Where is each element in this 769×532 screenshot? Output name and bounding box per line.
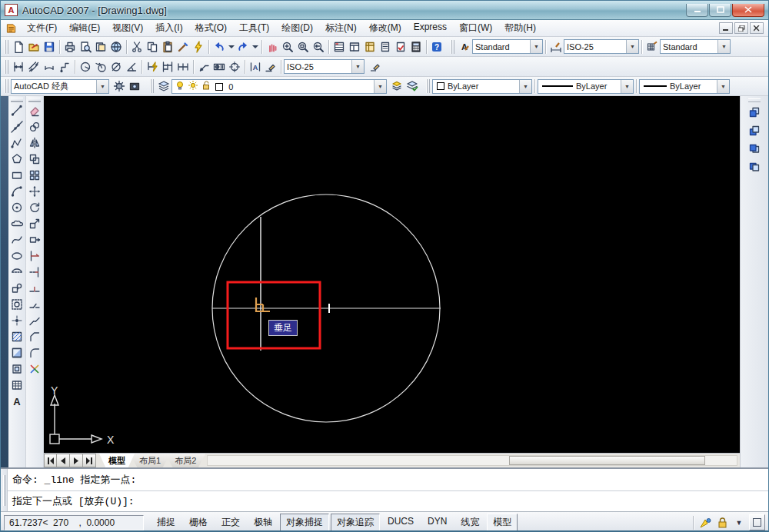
trim-icon[interactable] <box>27 248 42 264</box>
menu-item-9[interactable]: Express <box>408 20 453 36</box>
draworder-under-icon[interactable] <box>747 160 762 175</box>
center-mark-icon[interactable] <box>227 59 242 75</box>
layer-manager-icon[interactable] <box>156 78 171 94</box>
save-icon[interactable] <box>42 39 57 55</box>
color-control-combo[interactable]: ByLayer ▼ <box>432 79 532 94</box>
dim-update-icon[interactable] <box>368 59 383 75</box>
workspace-settings-icon[interactable] <box>112 78 127 94</box>
toolbar-grip[interactable] <box>426 79 430 93</box>
region-icon[interactable] <box>9 361 25 377</box>
toolbar-grip[interactable] <box>5 60 8 74</box>
ellipse-icon[interactable] <box>9 248 25 264</box>
status-toggle-8[interactable]: 线宽 <box>454 514 485 531</box>
markup-manager-icon[interactable] <box>393 39 408 55</box>
dim-style-combo[interactable]: ISO-25▼ <box>564 39 639 54</box>
gradient-icon[interactable] <box>9 345 25 361</box>
rectangle-icon[interactable] <box>9 168 25 183</box>
layout-tab-2[interactable]: 布局2 <box>165 454 205 467</box>
layer-combo[interactable]: 0 ▼ <box>171 79 387 94</box>
construction-line-icon[interactable] <box>9 119 25 135</box>
close-button[interactable] <box>732 4 764 17</box>
draworder-front-icon[interactable] <box>747 105 762 120</box>
status-toggle-7[interactable]: DYN <box>421 514 453 531</box>
menu-item-8[interactable]: 修改(M) <box>363 20 408 36</box>
hatch-icon[interactable] <box>9 329 25 344</box>
dim-arclength-icon[interactable] <box>42 59 57 75</box>
dropdown-arrow-icon[interactable] <box>251 39 259 55</box>
status-toggle-5[interactable]: 对象追踪 <box>331 514 380 531</box>
mirror-icon[interactable] <box>27 135 42 151</box>
tab-nav-last-button[interactable] <box>83 454 96 467</box>
tab-nav-first-button[interactable] <box>44 454 57 467</box>
status-menu-arrow-icon[interactable]: ▼ <box>732 516 746 530</box>
workspace-combo[interactable]: AutoCAD 经典▼ <box>11 79 109 94</box>
combo-arrow-icon[interactable]: ▼ <box>519 80 531 93</box>
stretch-icon[interactable] <box>27 232 42 248</box>
communication-center-icon[interactable] <box>698 516 712 530</box>
move-icon[interactable] <box>27 184 42 199</box>
linetype-control-combo[interactable]: ByLayer ▼ <box>538 79 634 94</box>
arc-icon[interactable] <box>9 184 25 199</box>
toolbar-grip[interactable] <box>150 79 154 93</box>
dim-diameter-icon[interactable] <box>108 59 124 75</box>
model-space-button[interactable]: 模型 <box>487 514 518 531</box>
zoom-realtime-icon[interactable] <box>280 39 295 55</box>
revcloud-icon[interactable] <box>9 216 25 231</box>
copy-objects-icon[interactable] <box>27 119 42 135</box>
dropdown-arrow-icon[interactable] <box>227 39 235 55</box>
tool-palettes-icon[interactable] <box>362 39 378 55</box>
toolbar-grip[interactable] <box>5 79 8 93</box>
polygon-icon[interactable] <box>9 151 25 167</box>
menu-item-0[interactable]: 文件(F) <box>21 20 63 36</box>
menu-item-1[interactable]: 编辑(E) <box>63 20 106 36</box>
scale-icon[interactable] <box>27 216 42 231</box>
quick-calc-icon[interactable] <box>408 39 424 55</box>
dim-continue-icon[interactable] <box>175 59 191 75</box>
mdi-close-button[interactable] <box>750 22 764 34</box>
menu-item-4[interactable]: 格式(O) <box>189 20 233 36</box>
dim-angular-icon[interactable] <box>124 59 139 75</box>
command-window-grip[interactable] <box>1 469 8 511</box>
combo-arrow-icon[interactable]: ▼ <box>717 80 729 93</box>
table-icon[interactable] <box>9 377 25 393</box>
combo-arrow-icon[interactable]: ▼ <box>621 80 633 93</box>
help-icon[interactable]: ? <box>429 39 444 55</box>
toolbar-grip[interactable] <box>451 40 454 54</box>
pan-icon[interactable] <box>265 39 280 55</box>
title-bar[interactable]: A AutoCAD 2007 - [Drawing1.dwg] <box>1 1 768 20</box>
web-icon[interactable] <box>108 39 124 55</box>
toolbar-grip[interactable] <box>28 98 41 101</box>
quick-leader-icon[interactable] <box>196 59 211 75</box>
menu-item-10[interactable]: 窗口(W) <box>453 20 498 36</box>
dim-aligned-icon[interactable] <box>26 59 42 75</box>
draworder-above-icon[interactable] <box>747 141 762 157</box>
join-icon[interactable] <box>27 313 42 328</box>
toolbar-grip[interactable] <box>748 98 761 102</box>
draworder-back-icon[interactable] <box>747 123 762 138</box>
combo-arrow-icon[interactable]: ▼ <box>530 40 542 53</box>
dim-text-edit-icon[interactable]: A <box>248 59 263 75</box>
lineweight-control-combo[interactable]: ByLayer ▼ <box>639 79 730 94</box>
status-toggle-4[interactable]: 对象捕捉 <box>280 514 329 531</box>
tab-nav-next-button[interactable] <box>70 454 83 467</box>
toolbar-grip[interactable] <box>5 40 8 54</box>
tolerance-icon[interactable] <box>211 59 227 75</box>
combo-arrow-icon[interactable]: ▼ <box>374 80 386 93</box>
new-file-icon[interactable] <box>11 39 26 55</box>
block-editor-icon[interactable] <box>191 39 206 55</box>
mtext-icon[interactable]: A <box>9 394 25 409</box>
publish-icon[interactable] <box>93 39 108 55</box>
qdim-icon[interactable] <box>145 59 160 75</box>
status-toggle-2[interactable]: 正交 <box>215 514 246 531</box>
dim-style-icon[interactable] <box>548 39 564 55</box>
combo-arrow-icon[interactable]: ▼ <box>351 60 364 73</box>
tab-nav-prev-button[interactable] <box>57 454 70 467</box>
menu-item-11[interactable]: 帮助(H) <box>498 20 542 36</box>
status-toggle-6[interactable]: DUCS <box>381 514 420 531</box>
status-toggle-0[interactable]: 捕捉 <box>151 514 181 531</box>
properties-icon[interactable] <box>331 39 347 55</box>
toolbar-grip[interactable] <box>11 98 23 101</box>
plot-icon[interactable] <box>62 39 78 55</box>
circle-icon[interactable] <box>9 200 25 215</box>
layout-tab-0[interactable]: 模型 <box>99 454 135 467</box>
